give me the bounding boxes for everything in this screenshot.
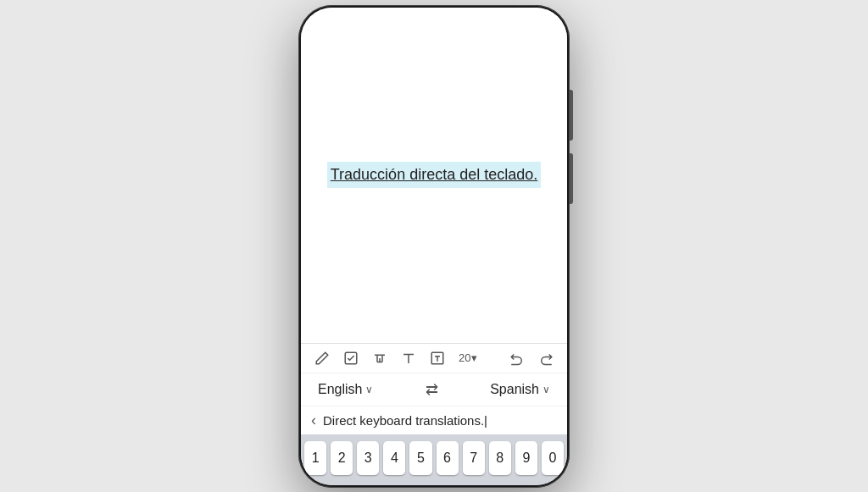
target-language-selector[interactable]: Spanish ∨ — [490, 382, 550, 397]
keyboard-area: 1 2 3 4 5 6 7 8 9 0 — [301, 434, 567, 485]
swap-languages-button[interactable]: ⇄ — [426, 380, 438, 399]
key-8[interactable]: 8 — [489, 441, 511, 475]
back-button[interactable]: ‹ — [311, 412, 316, 429]
undo-icon[interactable] — [509, 351, 525, 366]
translated-text: Traducción directa del teclado. — [327, 162, 541, 188]
formatting-toolbar: 20▾ — [301, 343, 567, 373]
boxed-font-icon[interactable] — [430, 351, 445, 366]
checkbox-icon[interactable] — [343, 351, 359, 366]
input-text-display[interactable]: Direct keyboard translations.| — [323, 413, 557, 428]
redo-icon[interactable] — [538, 351, 554, 366]
input-row: ‹ Direct keyboard translations.| — [301, 406, 567, 434]
source-lang-chevron-icon: ∨ — [365, 384, 373, 395]
keyboard-number-row: 1 2 3 4 5 6 7 8 9 0 — [304, 441, 564, 475]
font-size-arrow: ▾ — [471, 351, 477, 364]
font-icon[interactable] — [401, 351, 416, 366]
phone-device: Traducción directa del teclado. — [298, 5, 570, 488]
key-2[interactable]: 2 — [331, 441, 353, 475]
target-lang-chevron-icon: ∨ — [542, 384, 550, 395]
phone-screen: Traducción directa del teclado. — [301, 8, 567, 485]
key-1[interactable]: 1 — [304, 441, 326, 475]
format-text-icon[interactable] — [372, 351, 387, 366]
source-language-label: English — [318, 382, 362, 397]
font-size-button[interactable]: 20▾ — [459, 351, 477, 364]
language-bar: English ∨ ⇄ Spanish ∨ — [301, 373, 567, 406]
source-language-selector[interactable]: English ∨ — [318, 382, 373, 397]
key-4[interactable]: 4 — [383, 441, 405, 475]
font-size-value: 20 — [459, 351, 470, 364]
key-9[interactable]: 9 — [515, 441, 537, 475]
key-5[interactable]: 5 — [409, 441, 431, 475]
document-area: Traducción directa del teclado. — [301, 8, 567, 343]
key-7[interactable]: 7 — [463, 441, 485, 475]
key-6[interactable]: 6 — [437, 441, 459, 475]
target-language-label: Spanish — [490, 382, 539, 397]
handwriting-icon[interactable] — [314, 351, 330, 366]
key-0[interactable]: 0 — [542, 441, 564, 475]
key-3[interactable]: 3 — [357, 441, 379, 475]
